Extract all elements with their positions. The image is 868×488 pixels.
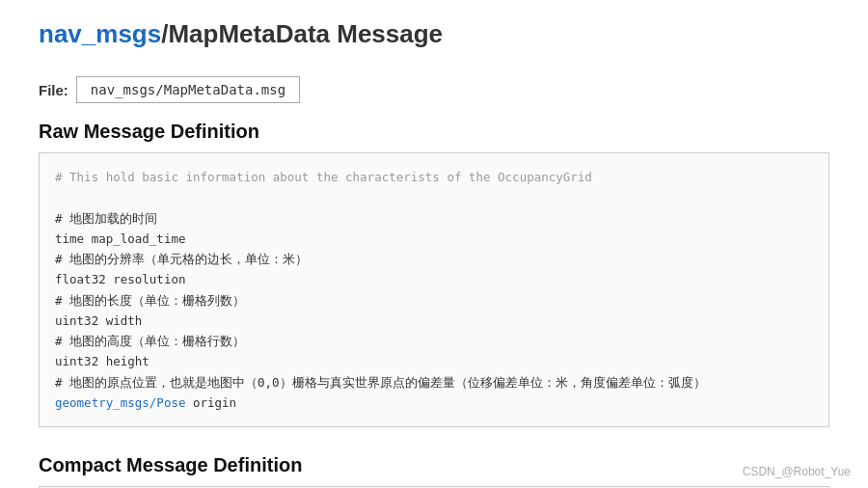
- raw-section-title: Raw Message Definition: [39, 121, 829, 143]
- raw-line-10: # 地图的原点位置，也就是地图中（0,0）栅格与真实世界原点的偏差量（位移偏差单…: [55, 375, 706, 390]
- raw-line-7: uint32 width: [55, 313, 142, 328]
- raw-line-9: uint32 height: [55, 354, 149, 368]
- file-value: nav_msgs/MapMetaData.msg: [76, 76, 300, 103]
- watermark: CSDN_@Robot_Yue: [743, 465, 851, 478]
- raw-line-1: # This hold basic information about the …: [55, 170, 592, 184]
- raw-code-box: # This hold basic information about the …: [39, 152, 829, 427]
- raw-line-2: # 地图加载的时间: [55, 211, 157, 226]
- raw-line-8: # 地图的高度（单位：栅格行数）: [55, 334, 245, 348]
- raw-line-6: # 地图的长度（单位：栅格列数）: [55, 293, 245, 308]
- compact-section-title: Compact Message Definition: [39, 454, 829, 476]
- raw-line-3: time map_load_time: [55, 231, 185, 246]
- nav-msgs-link[interactable]: nav_msgs: [39, 19, 161, 48]
- raw-line-5: float32 resolution: [55, 272, 185, 286]
- raw-line-4: # 地图的分辨率（单元格的边长，单位：米）: [55, 252, 308, 266]
- file-row: File: nav_msgs/MapMetaData.msg: [39, 76, 829, 103]
- geometry-msgs-pose-link-raw[interactable]: geometry_msgs/Pose: [55, 395, 185, 410]
- page-title: nav_msgs/MapMetaData Message: [39, 19, 443, 49]
- raw-line-11-rest: origin: [185, 395, 236, 410]
- file-label: File:: [39, 82, 68, 98]
